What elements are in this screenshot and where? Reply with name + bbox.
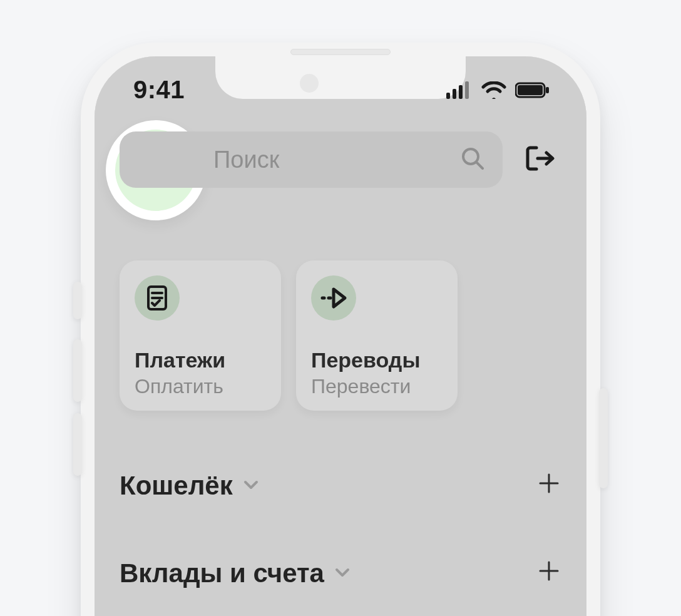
svg-point-7 xyxy=(463,149,478,164)
card-title: Платежи xyxy=(135,348,266,372)
accounts-section-header[interactable]: Вклады и счета xyxy=(120,530,561,616)
svg-line-8 xyxy=(477,163,483,168)
phone-side-button xyxy=(599,388,608,488)
transfers-card[interactable]: Переводы Перевести xyxy=(296,260,458,411)
card-subtitle: Перевести xyxy=(311,375,443,398)
card-subtitle: Оплатить xyxy=(135,375,266,398)
status-time: 9:41 xyxy=(133,72,185,104)
add-wallet-button[interactable] xyxy=(536,471,561,501)
search-placeholder: Поиск xyxy=(213,146,451,173)
phone-side-button xyxy=(73,282,82,319)
phone-side-button xyxy=(73,413,82,476)
svg-rect-0 xyxy=(446,93,450,99)
svg-rect-6 xyxy=(546,87,549,93)
stage: 9:41 xyxy=(0,0,681,616)
section-title: Вклады и счета xyxy=(120,558,324,588)
svg-rect-3 xyxy=(465,81,469,99)
battery-icon xyxy=(515,81,550,99)
phone-side-button xyxy=(73,339,82,402)
svg-rect-1 xyxy=(453,89,456,99)
status-icons xyxy=(446,76,550,99)
status-bar: 9:41 xyxy=(95,56,586,119)
app-header: Поиск xyxy=(95,123,586,223)
search-row: Поиск xyxy=(120,131,561,188)
phone-speaker xyxy=(290,49,391,55)
sections-list: Кошелёк Вклады и счета xyxy=(95,442,586,616)
quick-actions-row: Платежи Оплатить Переводы Перевести xyxy=(95,260,586,411)
wifi-icon xyxy=(481,81,506,99)
section-title: Кошелёк xyxy=(120,471,233,501)
cellular-signal-icon xyxy=(446,81,473,99)
phone-frame: 9:41 xyxy=(81,43,600,616)
chevron-down-icon xyxy=(334,564,351,583)
wallet-section-header[interactable]: Кошелёк xyxy=(120,442,561,530)
document-icon xyxy=(135,275,180,321)
payments-card[interactable]: Платежи Оплатить xyxy=(120,260,281,411)
app-screen: 9:41 xyxy=(95,56,586,616)
logout-icon xyxy=(524,143,555,177)
search-input[interactable]: Поиск xyxy=(120,131,503,188)
logout-button[interactable] xyxy=(518,138,561,182)
svg-rect-5 xyxy=(518,85,543,95)
add-account-button[interactable] xyxy=(536,558,561,588)
svg-rect-2 xyxy=(459,85,463,99)
chevron-down-icon xyxy=(243,476,259,495)
arrow-right-icon xyxy=(311,275,356,321)
search-icon xyxy=(460,146,485,173)
card-title: Переводы xyxy=(311,348,443,372)
